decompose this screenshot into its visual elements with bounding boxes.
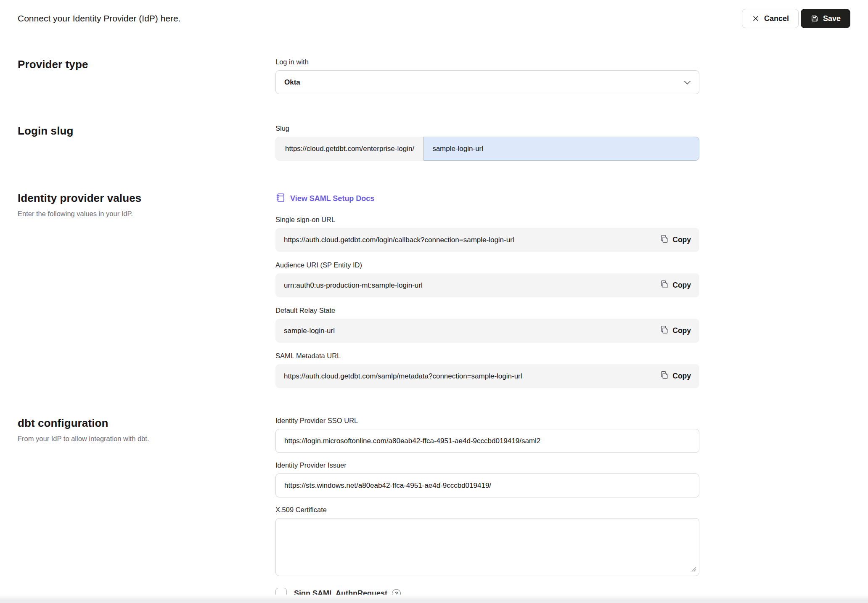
saml-metadata-url-value: https://auth.cloud.getdbt.com/samlp/meta…: [284, 372, 522, 381]
copy-button[interactable]: Copy: [660, 280, 691, 291]
copy-icon: [660, 235, 669, 245]
slug-input-group: https://cloud.getdbt.com/enterprise-logi…: [275, 137, 699, 161]
idp-settings-page: Connect your Identity Provider (IdP) her…: [0, 0, 868, 599]
field-idp-issuer: Identity Provider Issuer: [275, 461, 699, 497]
docs-icon: [275, 193, 286, 205]
audience-uri-value: urn:auth0:us-production-mt:sample-login-…: [284, 281, 423, 290]
single-sign-on-url-box: https://auth.cloud.getdbt.com/login/call…: [275, 228, 699, 252]
single-sign-on-url-label: Single sign-on URL: [275, 216, 699, 224]
default-relay-state-label: Default Relay State: [275, 307, 699, 315]
close-icon: [752, 14, 760, 23]
saml-docs-link[interactable]: View SAML Setup Docs: [275, 193, 374, 205]
dbt-configuration-title: dbt configuration: [18, 417, 275, 430]
topbar: Connect your Identity Provider (IdP) her…: [18, 0, 850, 29]
field-saml-metadata-url: SAML Metadata URL https://auth.cloud.get…: [275, 352, 699, 388]
slug-label: Slug: [275, 124, 699, 132]
section-dbt-configuration: dbt configuration From your IdP to allow…: [18, 417, 850, 599]
slug-input[interactable]: [423, 137, 699, 161]
x509-certificate-label: X.509 Certificate: [275, 506, 699, 514]
save-button[interactable]: Save: [801, 9, 850, 28]
copy-icon: [660, 371, 669, 381]
field-default-relay-state: Default Relay State sample-login-url Cop…: [275, 307, 699, 343]
copy-button-label: Copy: [672, 235, 691, 244]
login-with-label: Log in with: [275, 58, 699, 66]
copy-button-label: Copy: [672, 372, 691, 381]
copy-button[interactable]: Copy: [660, 235, 691, 245]
slug-url-prefix: https://cloud.getdbt.com/enterprise-logi…: [275, 137, 423, 161]
saml-metadata-url-box: https://auth.cloud.getdbt.com/samlp/meta…: [275, 364, 699, 388]
resize-handle[interactable]: [691, 566, 696, 574]
audience-uri-box: urn:auth0:us-production-mt:sample-login-…: [275, 273, 699, 297]
default-relay-state-value: sample-login-url: [284, 327, 335, 335]
topbar-actions: Cancel Save: [742, 9, 850, 28]
audience-uri-label: Audience URI (SP Entity ID): [275, 261, 699, 269]
copy-button-label: Copy: [672, 326, 691, 335]
section-login-slug: Login slug Slug https://cloud.getdbt.com…: [18, 124, 850, 161]
login-slug-title: Login slug: [18, 124, 275, 138]
single-sign-on-url-value: https://auth.cloud.getdbt.com/login/call…: [284, 236, 514, 244]
dbt-configuration-subtitle: From your IdP to allow integration with …: [18, 435, 275, 443]
provider-type-title: Provider type: [18, 58, 275, 71]
saml-metadata-url-label: SAML Metadata URL: [275, 352, 699, 360]
provider-select-value: Okta: [284, 78, 300, 87]
copy-icon: [660, 280, 669, 291]
field-x509-certificate: X.509 Certificate: [275, 506, 699, 578]
provider-select[interactable]: Okta: [275, 70, 699, 94]
idp-values-subtitle: Enter the following values in your IdP.: [18, 210, 275, 218]
x509-certificate-textarea[interactable]: [275, 518, 699, 576]
page-description: Connect your Identity Provider (IdP) her…: [18, 13, 181, 24]
copy-button[interactable]: Copy: [660, 325, 691, 336]
field-idp-sso-url: Identity Provider SSO URL: [275, 417, 699, 453]
save-button-label: Save: [823, 14, 841, 23]
section-provider-type: Provider type Log in with Okta: [18, 58, 850, 94]
idp-issuer-label: Identity Provider Issuer: [275, 461, 699, 469]
chevron-down-icon: [684, 78, 691, 87]
cancel-button[interactable]: Cancel: [742, 9, 799, 28]
copy-button-label: Copy: [672, 281, 691, 290]
default-relay-state-box: sample-login-url Copy: [275, 319, 699, 343]
idp-sso-url-input[interactable]: [275, 429, 699, 453]
saml-docs-link-label: View SAML Setup Docs: [290, 194, 374, 203]
field-audience-uri: Audience URI (SP Entity ID) urn:auth0:us…: [275, 261, 699, 297]
copy-button[interactable]: Copy: [660, 371, 691, 381]
cancel-button-label: Cancel: [764, 14, 789, 23]
page-bottom-edge: [0, 595, 868, 603]
idp-values-title: Identity provider values: [18, 192, 275, 205]
field-single-sign-on-url: Single sign-on URL https://auth.cloud.ge…: [275, 216, 699, 252]
section-idp-values: Identity provider values Enter the follo…: [18, 192, 850, 388]
copy-icon: [660, 325, 669, 336]
idp-sso-url-label: Identity Provider SSO URL: [275, 417, 699, 425]
idp-issuer-input[interactable]: [275, 473, 699, 497]
save-icon: [810, 14, 819, 23]
